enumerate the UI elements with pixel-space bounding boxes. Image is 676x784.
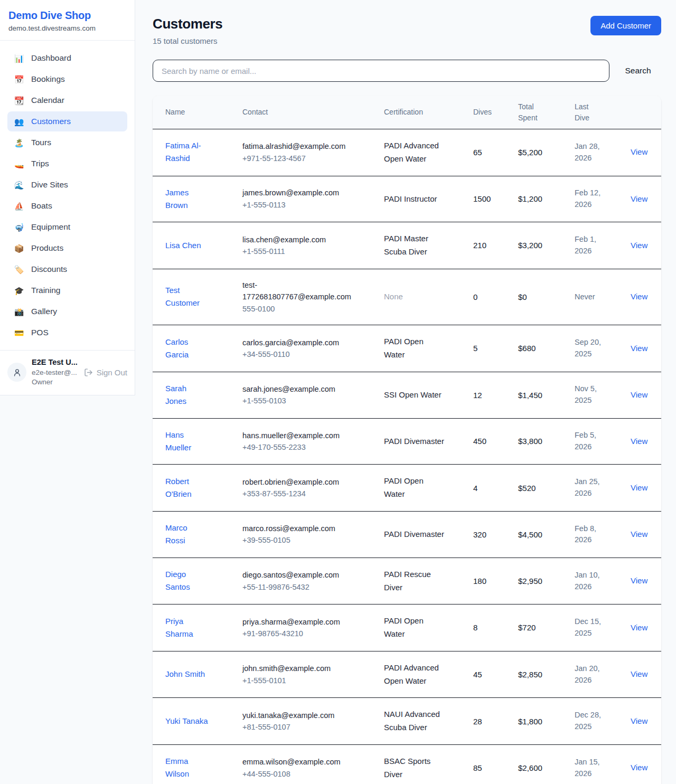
customer-phone: +55-11-99876-5432 — [242, 581, 384, 593]
sidebar-item-label: Tours — [31, 138, 51, 147]
customer-last-dive: Feb 8, 2026 — [575, 523, 605, 546]
sidebar-item-calendar[interactable]: 📆 Calendar — [7, 90, 127, 110]
customer-name-link[interactable]: Test Customer — [165, 284, 209, 309]
customer-total-spent: $4,500 — [518, 528, 575, 541]
view-link[interactable]: View — [631, 623, 647, 632]
sidebar-item-products[interactable]: 📦 Products — [7, 238, 127, 258]
sign-out-button[interactable]: Sign Out — [84, 368, 127, 377]
sidebar-nav: 📊 Dashboard 📅 Bookings 📆 Calendar 👥 Cust… — [0, 41, 135, 350]
add-customer-button[interactable]: Add Customer — [590, 16, 661, 35]
customer-name-link[interactable]: Marco Rossi — [165, 522, 209, 547]
customer-last-dive: Jan 15, 2026 — [575, 757, 605, 780]
customer-phone: +971-55-123-4567 — [242, 153, 384, 164]
person-icon — [13, 368, 22, 377]
sidebar-item-gallery[interactable]: 📸 Gallery — [7, 301, 127, 322]
sailboat-icon: ⛵ — [14, 202, 24, 210]
view-link[interactable]: View — [631, 194, 647, 203]
customer-dives: 28 — [473, 715, 518, 728]
sidebar-item-label: Dashboard — [31, 53, 71, 63]
bar-chart-icon: 📊 — [14, 54, 24, 62]
customer-name-link[interactable]: Fatima Al-Rashid — [165, 139, 209, 165]
view-link[interactable]: View — [631, 344, 647, 353]
view-link[interactable]: View — [631, 147, 647, 156]
customer-certification: PADI Rescue Diver — [384, 568, 446, 594]
customer-name-link[interactable]: Sarah Jones — [165, 382, 209, 408]
customer-total-spent: $5,200 — [518, 146, 575, 158]
diving-mask-icon: 🤿 — [14, 223, 24, 231]
table-row: Hans Mueller hans.mueller@example.com +4… — [153, 419, 661, 465]
sidebar-item-boats[interactable]: ⛵ Boats — [7, 196, 127, 216]
customer-email: test-1772681807767@example.com — [242, 279, 353, 303]
customer-last-dive: Jan 25, 2026 — [575, 476, 605, 499]
view-link[interactable]: View — [631, 763, 647, 772]
sidebar-item-label: Trips — [31, 159, 49, 168]
sidebar-item-bookings[interactable]: 📅 Bookings — [7, 69, 127, 89]
view-link[interactable]: View — [631, 669, 647, 678]
sidebar-item-label: Discounts — [31, 265, 67, 274]
table-row: Lisa Chen lisa.chen@example.com +1-555-0… — [153, 222, 661, 269]
sidebar-item-label: Equipment — [31, 222, 70, 232]
credit-card-icon: 💳 — [14, 329, 24, 337]
customer-phone: +1-555-0101 — [242, 675, 384, 686]
customer-name-link[interactable]: James Brown — [165, 186, 209, 212]
customer-name-link[interactable]: Priya Sharma — [165, 615, 209, 640]
column-header-last-dive: Last Dive — [575, 101, 631, 123]
view-link[interactable]: View — [631, 241, 647, 250]
sidebar-item-dive-sites[interactable]: 🌊 Dive Sites — [7, 175, 127, 195]
customer-name-link[interactable]: Hans Mueller — [165, 429, 209, 454]
customer-total-spent: $2,600 — [518, 762, 575, 774]
search-input[interactable] — [153, 60, 609, 82]
sidebar-item-pos[interactable]: 💳 POS — [7, 323, 127, 343]
customer-email: marco.rossi@example.com — [242, 523, 353, 534]
customer-phone: +91-98765-43210 — [242, 628, 384, 639]
customer-name-link[interactable]: Lisa Chen — [165, 239, 201, 252]
customer-total-spent: $0 — [518, 291, 575, 303]
table-row: Yuki Tanaka yuki.tanaka@example.com +81-… — [153, 698, 661, 745]
view-link[interactable]: View — [631, 437, 647, 446]
customer-name-link[interactable]: Emma Wilson — [165, 755, 209, 780]
table-row: Priya Sharma priya.sharma@example.com +9… — [153, 604, 661, 651]
sidebar-item-label: Training — [31, 286, 60, 295]
sidebar-item-customers[interactable]: 👥 Customers — [7, 111, 127, 131]
customer-phone: 555-0100 — [242, 303, 384, 315]
sidebar-item-label: POS — [31, 328, 49, 337]
customer-name-link[interactable]: Carlos Garcia — [165, 336, 209, 361]
customer-last-dive: Sep 20, 2025 — [575, 337, 605, 360]
sidebar-item-discounts[interactable]: 🏷️ Discounts — [7, 259, 127, 279]
customer-certification: PADI Open Water — [384, 475, 446, 501]
brand-name: Demo Dive Shop — [8, 10, 124, 22]
customer-total-spent: $2,850 — [518, 668, 575, 681]
customer-email: sarah.jones@example.com — [242, 383, 353, 395]
customer-name-link[interactable]: Diego Santos — [165, 568, 209, 593]
customer-name-link[interactable]: John Smith — [165, 668, 205, 681]
view-link[interactable]: View — [631, 292, 647, 301]
camera-flash-icon: 📸 — [14, 308, 24, 316]
column-header-certification: Certification — [384, 107, 473, 117]
sidebar-item-training[interactable]: 🎓 Training — [7, 280, 127, 300]
customer-dives: 12 — [473, 389, 518, 401]
sidebar-item-tours[interactable]: 🏝️ Tours — [7, 133, 127, 153]
view-link[interactable]: View — [631, 390, 647, 399]
sidebar-item-dashboard[interactable]: 📊 Dashboard — [7, 48, 127, 68]
customer-dives: 320 — [473, 528, 518, 541]
customer-phone: +1-555-0111 — [242, 245, 384, 257]
customer-name-link[interactable]: Yuki Tanaka — [165, 715, 208, 728]
user-role: Owner — [32, 377, 78, 387]
customers-table: Name Contact Certification Dives Total S… — [153, 96, 661, 784]
search-button[interactable]: Search — [615, 66, 661, 75]
customer-name-link[interactable]: Robert O'Brien — [165, 475, 209, 500]
sidebar-item-equipment[interactable]: 🤿 Equipment — [7, 217, 127, 237]
calendar-icon: 📅 — [14, 75, 24, 83]
sidebar-item-label: Gallery — [31, 307, 57, 316]
view-link[interactable]: View — [631, 576, 647, 585]
view-link[interactable]: View — [631, 530, 647, 539]
view-link[interactable]: View — [631, 483, 647, 492]
view-link[interactable]: View — [631, 716, 647, 725]
customer-phone: +353-87-555-1234 — [242, 488, 384, 499]
search-bar: Search — [153, 60, 661, 82]
customer-email: john.smith@example.com — [242, 663, 353, 674]
sidebar-item-trips[interactable]: 🚤 Trips — [7, 154, 127, 174]
table-row: Test Customer test-1772681807767@example… — [153, 269, 661, 325]
table-row: Diego Santos diego.santos@example.com +5… — [153, 558, 661, 605]
customer-last-dive: Feb 1, 2026 — [575, 234, 605, 257]
